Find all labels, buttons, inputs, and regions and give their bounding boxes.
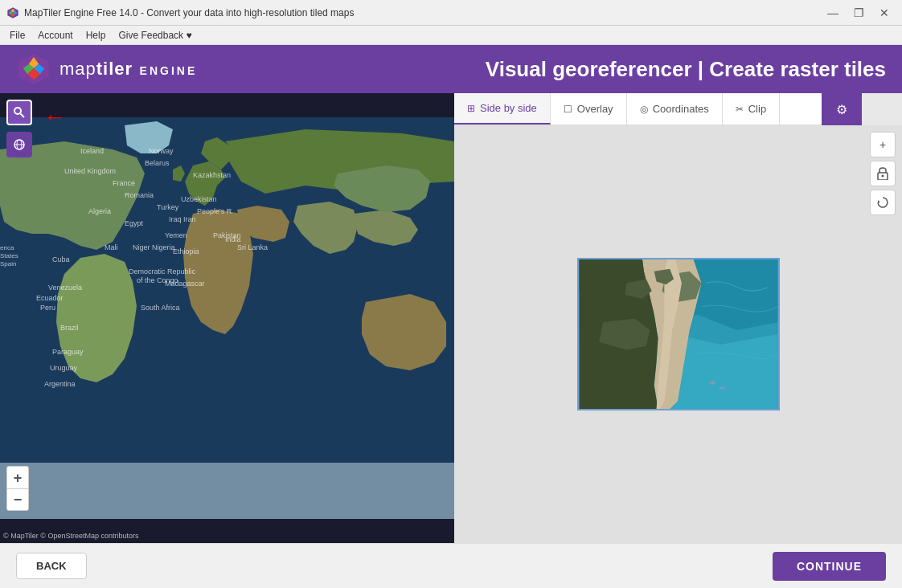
svg-text:Cuba: Cuba	[52, 255, 70, 263]
right-panel: ⊞ Side by side ☐ Overlay ◎ Coordinates ✂…	[454, 93, 902, 543]
svg-text:Democratic Republic: Democratic Republic	[129, 267, 196, 276]
svg-text:India: India	[225, 235, 241, 243]
globe-icon	[13, 138, 26, 151]
coordinates-icon: ◎	[640, 104, 648, 115]
svg-text:Madagascar: Madagascar	[165, 280, 205, 288]
logo-tiler: tiler	[96, 59, 133, 79]
svg-text:Mali: Mali	[105, 243, 118, 251]
svg-text:Norway: Norway	[149, 147, 174, 155]
right-tools: +	[863, 125, 902, 222]
svg-text:Brazil: Brazil	[60, 324, 79, 332]
settings-icon: ⚙	[836, 102, 847, 117]
footer: BACK CONTINUE	[0, 543, 902, 588]
svg-rect-52	[709, 382, 715, 385]
svg-line-47	[21, 114, 25, 118]
right-zoom-in-icon: +	[879, 138, 886, 151]
svg-text:erica: erica	[0, 244, 14, 251]
svg-text:Egypt: Egypt	[125, 219, 144, 227]
menu-help[interactable]: Help	[80, 28, 113, 43]
zoom-controls: + −	[6, 466, 29, 511]
svg-text:Iraq Iran: Iraq Iran	[169, 215, 196, 223]
world-map: United Kingdom France Romania Kazakhstan…	[0, 93, 454, 543]
header-logo: maptiler ENGINE	[16, 51, 197, 87]
logo-text: maptiler ENGINE	[59, 59, 197, 80]
header-title-separator: |	[692, 57, 710, 81]
svg-text:Ecuador: Ecuador	[36, 294, 64, 302]
svg-text:Ethiopia: Ethiopia	[173, 247, 199, 255]
svg-text:Kazakhstan: Kazakhstan	[193, 171, 231, 179]
svg-text:Spain: Spain	[0, 260, 16, 267]
menu-feedback[interactable]: Give Feedback ♥	[112, 28, 198, 43]
svg-text:South Africa: South Africa	[141, 304, 180, 312]
clip-icon: ✂	[736, 104, 744, 115]
tab-clip[interactable]: ✂ Clip	[723, 93, 780, 125]
side-by-side-icon: ⊞	[467, 103, 475, 114]
svg-point-46	[14, 108, 21, 114]
search-icon	[13, 106, 26, 119]
aerial-image	[577, 258, 780, 410]
close-button[interactable]: ✕	[873, 5, 896, 21]
zoom-out-button[interactable]: −	[6, 488, 29, 511]
svg-rect-53	[719, 387, 724, 390]
svg-marker-56	[878, 200, 880, 202]
tab-coordinates[interactable]: ◎ Coordinates	[627, 93, 723, 125]
tabs-bar: ⊞ Side by side ☐ Overlay ◎ Coordinates ✂…	[454, 93, 862, 125]
settings-button[interactable]: ⚙	[822, 93, 862, 125]
svg-text:Uzbekistan: Uzbekistan	[181, 195, 217, 203]
reset-icon	[876, 196, 889, 209]
svg-text:Algeria: Algeria	[88, 207, 111, 215]
header-title: Visual georeferencer | Create raster til…	[486, 57, 886, 82]
aerial-view-svg	[579, 259, 778, 409]
svg-text:Romania: Romania	[125, 191, 154, 199]
svg-text:United Kingdom: United Kingdom	[64, 167, 116, 175]
maximize-button[interactable]: ❐	[847, 5, 870, 21]
lock-button[interactable]	[870, 161, 896, 186]
maptiler-logo-icon	[16, 51, 51, 87]
svg-text:Iceland: Iceland	[80, 147, 104, 155]
svg-text:Peru: Peru	[40, 304, 55, 312]
svg-text:Yemen: Yemen	[165, 231, 187, 239]
reset-button[interactable]	[870, 190, 896, 215]
svg-text:States: States	[0, 252, 18, 259]
header: maptiler ENGINE Visual georeferencer | C…	[0, 45, 902, 93]
svg-text:Argentina: Argentina	[44, 380, 76, 388]
titlebar: MapTiler Engine Free 14.0 - Convert your…	[0, 0, 902, 26]
map-panel[interactable]: United Kingdom France Romania Kazakhstan…	[0, 93, 454, 543]
titlebar-controls: — ❐ ✕	[822, 5, 896, 21]
logo-map: map	[59, 59, 96, 79]
svg-text:People's R: People's R	[197, 207, 232, 215]
svg-text:France: France	[113, 179, 135, 187]
menubar: File Account Help Give Feedback ♥	[0, 26, 902, 45]
search-tool-button[interactable]	[6, 100, 32, 125]
svg-text:Belarus: Belarus	[145, 159, 170, 167]
overlay-icon: ☐	[564, 104, 572, 115]
menu-file[interactable]: File	[3, 28, 31, 43]
tab-side-by-side[interactable]: ⊞ Side by side	[454, 93, 551, 125]
app-logo-icon	[6, 6, 19, 19]
main-content: United Kingdom France Romania Kazakhstan…	[0, 93, 902, 543]
header-title-part2: Create raster tiles	[709, 57, 886, 81]
svg-text:Uruguay: Uruguay	[50, 364, 78, 372]
svg-text:Niger Nigeria: Niger Nigeria	[133, 243, 175, 251]
svg-point-55	[882, 175, 884, 178]
svg-text:Venezuela: Venezuela	[48, 284, 82, 292]
continue-button[interactable]: CONTINUE	[773, 552, 886, 581]
svg-text:Paraguay: Paraguay	[52, 348, 84, 356]
globe-tool-button[interactable]	[6, 132, 32, 157]
titlebar-title: MapTiler Engine Free 14.0 - Convert your…	[24, 7, 354, 18]
header-title-part1: Visual georeferencer	[486, 57, 692, 81]
lock-icon	[877, 167, 888, 180]
svg-text:Turkey: Turkey	[157, 203, 179, 211]
minimize-button[interactable]: —	[822, 5, 844, 21]
logo-engine: ENGINE	[140, 64, 198, 77]
back-button[interactable]: BACK	[16, 553, 87, 579]
right-zoom-in-button[interactable]: +	[870, 132, 896, 157]
tab-overlay[interactable]: ☐ Overlay	[551, 93, 627, 125]
map-attribution: © MapTiler © OpenStreetMap contributors	[3, 532, 139, 540]
zoom-in-button[interactable]: +	[6, 466, 29, 488]
image-area	[454, 125, 902, 543]
menu-account[interactable]: Account	[31, 28, 79, 43]
map-toolbar	[6, 100, 32, 157]
titlebar-left: MapTiler Engine Free 14.0 - Convert your…	[6, 6, 354, 19]
red-arrow-indicator: ←	[43, 104, 66, 130]
